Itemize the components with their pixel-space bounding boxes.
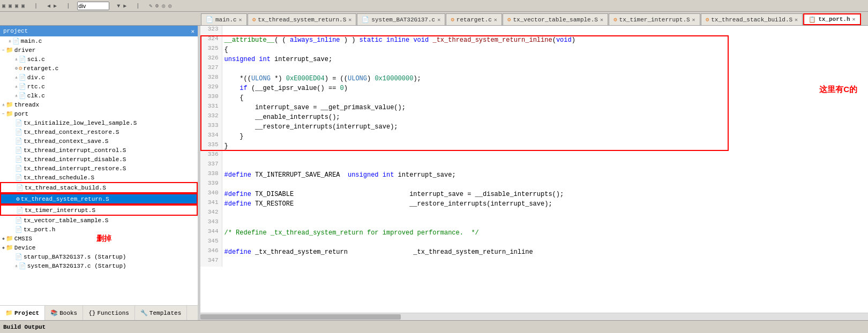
line-number: 326 [200,55,222,64]
tree-label: tx_thread_schedule.S [24,175,94,181]
tree-item-tx-schedule[interactable]: 📄 tx_thread_schedule.S [0,173,198,182]
tree-label: system_BAT32G137.c (Startup) [27,263,126,269]
tab-tx-timer[interactable]: ⚙ tx_timer_interrupt.S ✕ [609,13,700,25]
tree-item-tx-interrupt-control[interactable]: 📄 tx_thread_interrupt_control.S [0,146,198,155]
tree-item-startup[interactable]: 📄 startup_BAT32G137.s (Startup) [0,252,198,261]
tree-item-port[interactable]: − 📁 port [0,109,198,118]
expand-icon: ⚙ [15,66,18,71]
code-line-337: 337 [200,161,868,170]
tab-close-icon[interactable]: ✕ [795,17,798,23]
tab-tx-port-h[interactable]: 📋 tx_port.h ✕ [803,13,860,25]
tree-item-tx-timer-interrupt[interactable]: 📄 tx_timer_interrupt.S [0,205,198,216]
tree-item-device[interactable]: ◆ 📁 Device [0,243,198,252]
code-line-347: 347 [200,257,868,267]
sidebar-tab-templates[interactable]: 🔧 Templates [135,306,187,320]
code-line-344: 344 /* Redefine _tx_thread_system_return… [200,228,868,238]
tab-close-icon[interactable]: ✕ [692,17,695,23]
sidebar-title: project [3,28,28,34]
line-content: #define TX_RESTORE __restore_interrupts(… [222,199,868,209]
tab-tx-thread-system-return[interactable]: ⚙ tx_thread_system_return.S ✕ [248,13,357,25]
tree-item-retargetc[interactable]: ⚙ ⚙ retarget.c [0,64,198,73]
expand-icon: ± [15,93,18,98]
line-content [222,151,868,161]
line-content [222,26,868,35]
tree-item-rtcc[interactable]: ± 📄 rtc.c [0,82,198,91]
sidebar-tab-label: Templates [149,310,181,316]
code-line-330: 330 { [200,93,868,103]
tab-tx-vector[interactable]: ⚙ tx_vector_table_sample.S ✕ [503,13,608,25]
tree-item-driver[interactable]: − 📁 driver [0,46,198,55]
tree-item-tx-vector-table[interactable]: 📄 tx_vector_table_sample.S [0,216,198,225]
tree-item-tx-system-return[interactable]: ⚙ tx_thread_system_return.S [0,193,198,205]
tree-item-mainc[interactable]: ± 📄 main.c [0,36,198,46]
sidebar-tab-label: Books [59,310,77,316]
tree-item-tx-context-save[interactable]: 📄 tx_thread_context_save.S [0,137,198,146]
file-icon: 📄 [19,262,26,269]
tree-item-tx-stack-build[interactable]: 📄 tx_thread_stack_build.S [0,182,198,193]
line-content [222,238,868,247]
tab-close-icon[interactable]: ✕ [852,16,856,22]
line-content: #define TX_DISABLE interrupt_save = __di… [222,190,868,199]
sidebar-bottom-tabs: 📁 Project 📚 Books {} Functions 🔧 Templat… [0,305,198,320]
toolbar-icons: ▣ ▣ ▣ ▣ | ◀ ▶ | [2,3,76,9]
scrollbar-thumb[interactable] [200,314,401,320]
sidebar-tab-label: Functions [97,310,129,316]
tree-label: startup_BAT32G137.s (Startup) [24,254,126,260]
books-icon: 📚 [50,309,58,316]
tab-system-bat32g137[interactable]: 📄 system_BAT32G137.c ✕ [357,13,445,25]
tab-label: tx_thread_stack_build.S [711,17,792,23]
horizontal-scrollbar[interactable] [200,313,868,320]
tree-item-scic[interactable]: ± 📄 sci.c [0,55,198,64]
search-input[interactable]: div [77,2,109,10]
tree-item-system-startup[interactable]: ± 📄 system_BAT32G137.c (Startup) [0,261,198,270]
tab-asm-icon: ⚙ [507,16,511,23]
file-icon: 📄 [15,217,23,224]
tree-item-tx-context-restore[interactable]: 📄 tx_thread_context_restore.S [0,127,198,137]
code-line-334: 334 } [200,132,868,141]
tree-item-divc[interactable]: ± 📄 div.c [0,73,198,82]
line-number: 329 [200,84,222,93]
tree-item-threadx[interactable]: ± 📁 threadx [0,100,198,109]
tab-retarget[interactable]: ⚙ retarget.c ✕ [446,13,502,25]
tree-item-cmsis[interactable]: ◆ 📁 CMSIS 删掉 [0,234,198,243]
sidebar-header: project ✕ [0,26,198,36]
tab-asm-icon: ⚙ [613,16,617,23]
sidebar-tab-functions[interactable]: {} Functions [83,306,135,320]
tree-item-tx-port-h[interactable]: 📄 tx_port.h [0,225,198,234]
line-number: 336 [200,151,222,161]
tab-close-icon[interactable]: ✕ [600,17,603,23]
tab-close-icon[interactable]: ✕ [348,17,351,23]
line-content: __enable_interrupts(); [222,112,868,122]
sidebar-tab-project[interactable]: 📁 Project [0,306,45,320]
line-number: 340 [200,190,222,199]
tab-close-icon[interactable]: ✕ [494,17,497,23]
tree-item-tx-init-low-level[interactable]: 📄 tx_initialize_low_level_sample.S [0,118,198,127]
code-line-343: 343 [200,218,868,228]
folder-icon: 📁 [6,235,13,242]
line-number: 337 [200,161,222,170]
asm-icon: ⚙ [16,195,20,202]
tree-item-clkc[interactable]: ± 📄 clk.c [0,91,198,100]
folder-icon: 📁 [6,110,13,117]
code-line-340: 340 #define TX_DISABLE interrupt_save = … [200,190,868,199]
tab-tx-thread-stack-build[interactable]: ⚙ tx_thread_stack_build.S ✕ [701,13,803,25]
tree-item-tx-interrupt-restore[interactable]: 📄 tx_thread_interrupt_restore.S [0,164,198,173]
sidebar-tab-books[interactable]: 📚 Books [45,306,83,320]
delete-annotation: 删掉 [96,234,111,244]
line-content [222,161,868,170]
tab-main-c[interactable]: 📄 main.c ✕ [201,13,247,25]
code-line-323: 323 [200,26,868,35]
line-content: #define TX_INTERRUPT_SAVE_AREA unsigned … [222,170,868,180]
code-line-329: 329 if (__get_ipsr_value() == 0) [200,84,868,93]
tree-item-tx-interrupt-disable[interactable]: 📄 tx_thread_interrupt_disable.S [0,155,198,164]
file-icon: 📄 [15,174,23,181]
code-content[interactable]: 这里有C的 323 324 __attribute__( ( always_in… [200,26,868,313]
tree-label: CMSIS [14,236,32,242]
tab-close-icon[interactable]: ✕ [437,17,440,23]
sidebar-close-icon[interactable]: ✕ [191,28,194,35]
expand-icon: ± [15,84,18,89]
file-icon: 📄 [15,119,23,126]
line-content: /* Redefine _tx_thread_system_return for… [222,228,868,238]
tree-label: threadx [14,102,39,108]
tab-close-icon[interactable]: ✕ [239,17,242,23]
